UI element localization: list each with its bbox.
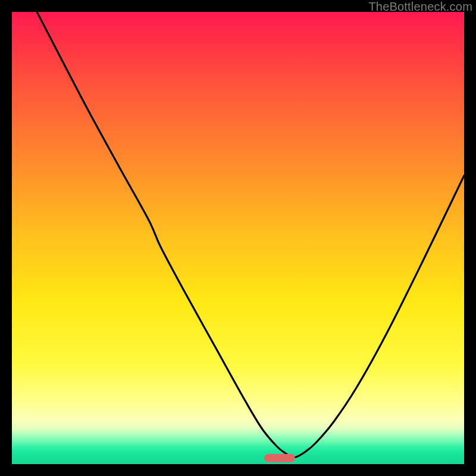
optimum-marker bbox=[264, 454, 295, 462]
watermark-text: TheBottleneck.com bbox=[368, 0, 472, 14]
bottleneck-curve bbox=[12, 12, 464, 464]
plot-area bbox=[12, 12, 464, 464]
chart-frame: TheBottleneck.com bbox=[0, 0, 476, 476]
